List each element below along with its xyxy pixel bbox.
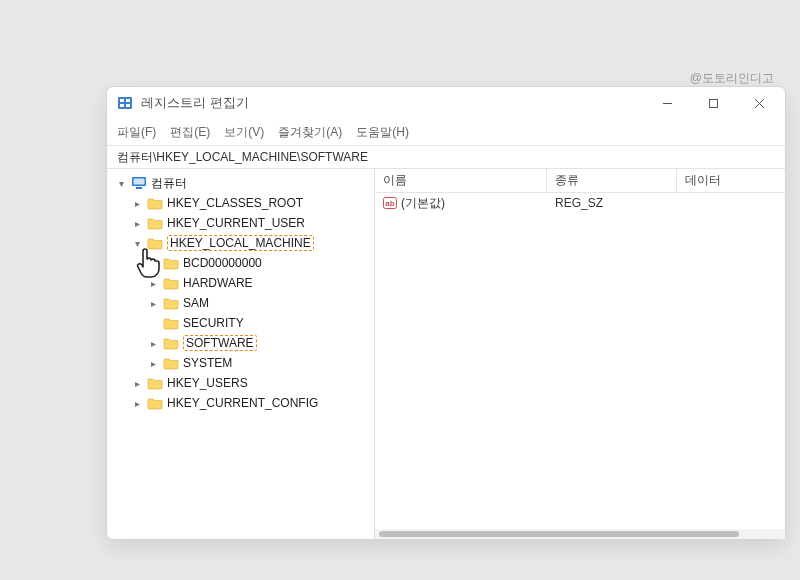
tree-label: HKEY_LOCAL_MACHINE xyxy=(167,235,314,251)
tree-label: SYSTEM xyxy=(183,356,232,370)
list-header: 이름 종류 데이터 xyxy=(375,169,785,193)
chevron-right-icon[interactable]: ▸ xyxy=(131,198,143,209)
folder-icon xyxy=(163,277,179,290)
scrollbar-thumb[interactable] xyxy=(379,531,739,537)
minimize-button[interactable] xyxy=(659,95,675,111)
col-header-data[interactable]: 데이터 xyxy=(677,169,785,192)
list-row-default[interactable]: ab (기본값) REG_SZ xyxy=(375,193,785,213)
folder-icon xyxy=(163,297,179,310)
computer-icon xyxy=(131,176,147,190)
menu-help[interactable]: 도움말(H) xyxy=(356,124,409,141)
folder-icon xyxy=(147,377,163,390)
folder-icon xyxy=(163,257,179,270)
tree-item-hku[interactable]: ▸ HKEY_USERS xyxy=(113,373,374,393)
menu-edit[interactable]: 편집(E) xyxy=(170,124,210,141)
svg-rect-2 xyxy=(126,99,130,102)
tree-item-sam[interactable]: ▸ SAM xyxy=(113,293,374,313)
tree-item-hklm[interactable]: ▾ HKEY_LOCAL_MACHINE xyxy=(113,233,374,253)
col-header-type[interactable]: 종류 xyxy=(547,169,677,192)
chevron-down-icon[interactable]: ▾ xyxy=(115,178,127,189)
tree-pane[interactable]: ▾ 컴퓨터 ▸ HKEY_CLASSES_ROOT ▸ xyxy=(107,169,375,539)
string-value-icon: ab xyxy=(383,196,397,210)
horizontal-scrollbar[interactable] xyxy=(375,529,785,539)
folder-icon xyxy=(147,197,163,210)
tree-label: BCD00000000 xyxy=(183,256,262,270)
menubar: 파일(F) 편집(E) 보기(V) 즐겨찾기(A) 도움말(H) xyxy=(107,119,785,145)
address-bar[interactable]: 컴퓨터\HKEY_LOCAL_MACHINE\SOFTWARE xyxy=(107,145,785,169)
svg-text:ab: ab xyxy=(385,199,394,208)
chevron-right-icon[interactable]: ▸ xyxy=(147,278,159,289)
titlebar[interactable]: 레지스트리 편집기 xyxy=(107,87,785,119)
tree-label: HKEY_CURRENT_CONFIG xyxy=(167,396,318,410)
tree-label: SOFTWARE xyxy=(183,335,257,351)
folder-icon xyxy=(147,237,163,250)
tree-label: HKEY_CURRENT_USER xyxy=(167,216,305,230)
folder-icon xyxy=(147,397,163,410)
content: ▾ 컴퓨터 ▸ HKEY_CLASSES_ROOT ▸ xyxy=(107,169,785,539)
tree-label: 컴퓨터 xyxy=(151,175,187,192)
window-title: 레지스트리 편집기 xyxy=(141,94,659,112)
tree-item-hardware[interactable]: ▸ HARDWARE xyxy=(113,273,374,293)
col-header-name[interactable]: 이름 xyxy=(375,169,547,192)
folder-icon xyxy=(163,337,179,350)
value-name: (기본값) xyxy=(401,195,445,212)
regedit-window: 레지스트리 편집기 파일(F) 편집(E) 보기(V) 즐겨찾기(A) 도움말(… xyxy=(106,86,786,540)
chevron-right-icon[interactable]: ▸ xyxy=(147,338,159,349)
menu-favorites[interactable]: 즐겨찾기(A) xyxy=(278,124,342,141)
svg-rect-4 xyxy=(126,104,130,107)
folder-icon xyxy=(163,357,179,370)
regedit-app-icon xyxy=(117,95,133,111)
tree-label: HKEY_USERS xyxy=(167,376,248,390)
chevron-right-icon[interactable]: ▸ xyxy=(131,378,143,389)
chevron-down-icon[interactable]: ▾ xyxy=(131,238,143,249)
tree-item-hkcr[interactable]: ▸ HKEY_CLASSES_ROOT xyxy=(113,193,374,213)
svg-rect-10 xyxy=(134,179,145,185)
tree-item-software[interactable]: ▸ SOFTWARE xyxy=(113,333,374,353)
value-type: REG_SZ xyxy=(547,193,677,213)
menu-file[interactable]: 파일(F) xyxy=(117,124,156,141)
chevron-right-icon[interactable]: ▸ xyxy=(147,258,159,269)
list-pane: 이름 종류 데이터 ab (기본값) REG_SZ xyxy=(375,169,785,539)
svg-rect-6 xyxy=(709,99,717,107)
tree-label: HKEY_CLASSES_ROOT xyxy=(167,196,303,210)
watermark-text: @도토리인디고 xyxy=(690,70,774,87)
svg-rect-3 xyxy=(120,104,124,107)
list-body[interactable]: ab (기본값) REG_SZ xyxy=(375,193,785,529)
folder-icon xyxy=(147,217,163,230)
tree-item-computer[interactable]: ▾ 컴퓨터 xyxy=(113,173,374,193)
svg-rect-0 xyxy=(118,97,132,109)
value-data xyxy=(677,193,785,213)
tree-item-hkcc[interactable]: ▸ HKEY_CURRENT_CONFIG xyxy=(113,393,374,413)
tree-item-bcd[interactable]: ▸ BCD00000000 xyxy=(113,253,374,273)
tree-item-security[interactable]: ▸ SECURITY xyxy=(113,313,374,333)
close-button[interactable] xyxy=(751,95,767,111)
tree-item-hkcu[interactable]: ▸ HKEY_CURRENT_USER xyxy=(113,213,374,233)
svg-rect-11 xyxy=(136,187,142,189)
maximize-button[interactable] xyxy=(705,95,721,111)
folder-icon xyxy=(163,317,179,330)
menu-view[interactable]: 보기(V) xyxy=(224,124,264,141)
chevron-right-icon[interactable]: ▸ xyxy=(147,298,159,309)
tree-item-system[interactable]: ▸ SYSTEM xyxy=(113,353,374,373)
chevron-right-icon[interactable]: ▸ xyxy=(131,218,143,229)
tree-label: SECURITY xyxy=(183,316,244,330)
tree-label: HARDWARE xyxy=(183,276,253,290)
chevron-right-icon[interactable]: ▸ xyxy=(147,358,159,369)
chevron-right-icon[interactable]: ▸ xyxy=(131,398,143,409)
svg-rect-1 xyxy=(120,99,124,102)
tree-label: SAM xyxy=(183,296,209,310)
